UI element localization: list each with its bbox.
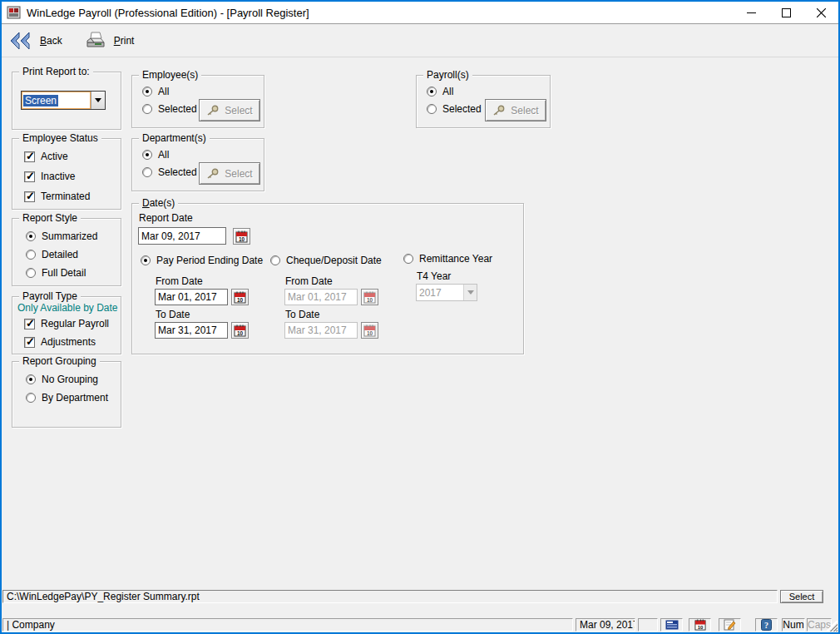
group-departments: Department(s) All Selected Select: [131, 138, 264, 191]
calendar-icon: 10: [363, 324, 376, 337]
pay-to-date-input[interactable]: [155, 322, 228, 339]
style-full-detail-radio[interactable]: Full Detail: [26, 267, 86, 279]
calendar-icon: 10: [235, 230, 248, 243]
pay-from-calendar-button[interactable]: 10: [231, 289, 249, 305]
svg-text:10: 10: [697, 625, 703, 630]
regular-payroll-checkbox[interactable]: Regular Payroll: [24, 318, 109, 329]
radio-label: Full Detail: [42, 267, 86, 279]
report-options-form: Print Report to: Screen Employee(s) All …: [2, 58, 838, 604]
report-select-button[interactable]: Select: [780, 590, 823, 603]
svg-text:10: 10: [239, 235, 245, 241]
print-destination-combobox[interactable]: Screen: [21, 91, 106, 110]
statusbar-help-panel[interactable]: ?: [755, 618, 778, 632]
style-detailed-radio[interactable]: Detailed: [26, 249, 78, 260]
employees-selected-radio[interactable]: Selected: [142, 103, 197, 115]
svg-text:10: 10: [237, 296, 244, 302]
close-button[interactable]: [803, 2, 838, 23]
pay-period-ending-radio[interactable]: Pay Period Ending Date: [141, 255, 263, 266]
svg-text:?: ?: [764, 621, 768, 630]
radio-label: Cheque/Deposit Date: [286, 255, 382, 266]
minimize-button[interactable]: [734, 2, 768, 23]
cheque-to-date-input[interactable]: [284, 322, 358, 339]
group-payrolls-title: Payroll(s): [423, 69, 472, 81]
statusbar-date-panel: Mar 09, 2017: [576, 618, 635, 632]
statusbar-report-panel[interactable]: [660, 618, 683, 632]
employees-select-button[interactable]: Select: [199, 99, 260, 121]
statusbar-blank-panel: [638, 618, 658, 632]
print-label: Print: [114, 35, 135, 47]
status-active-checkbox[interactable]: Active: [24, 151, 68, 162]
checkbox-icon: [24, 151, 35, 162]
key-icon: [492, 105, 506, 116]
payrolls-selected-radio[interactable]: Selected: [427, 103, 482, 115]
checkbox-label: Active: [41, 151, 68, 162]
cheque-from-date-input[interactable]: [284, 289, 358, 305]
cheque-to-calendar-button[interactable]: 10: [361, 322, 378, 339]
departments-select-button[interactable]: Select: [199, 162, 260, 185]
print-button[interactable]: Print: [84, 31, 135, 51]
combobox-dropdown-button[interactable]: [463, 285, 477, 300]
departments-all-radio[interactable]: All: [142, 149, 169, 161]
statusbar-calendar-panel[interactable]: 10: [689, 618, 711, 632]
radio-label: Remittance Year: [419, 253, 492, 265]
checkbox-label: Regular Payroll: [41, 318, 109, 329]
back-icon: [8, 31, 33, 51]
radio-icon: [141, 255, 151, 265]
report-date-calendar-button[interactable]: 10: [233, 228, 250, 245]
payrolls-all-radio[interactable]: All: [427, 86, 453, 97]
title-bar: WinLedge Payroll (Professional Edition) …: [2, 2, 838, 24]
edit-note-icon: [724, 619, 736, 631]
statusbar-notes-panel[interactable]: [719, 618, 741, 632]
adjustments-checkbox[interactable]: Adjustments: [24, 336, 96, 348]
t4-year-combobox[interactable]: 2017: [416, 284, 477, 301]
print-destination-value: Screen: [23, 95, 58, 106]
radio-icon: [270, 255, 280, 265]
payrolls-select-button[interactable]: Select: [485, 99, 546, 121]
radio-icon: [142, 104, 152, 114]
group-report-grouping: Report Grouping No Grouping By Departmen…: [12, 361, 121, 428]
no-grouping-radio[interactable]: No Grouping: [26, 374, 98, 385]
maximize-button[interactable]: [768, 2, 803, 23]
checkbox-icon: [24, 337, 35, 348]
radio-icon: [26, 393, 36, 403]
employees-all-radio[interactable]: All: [142, 86, 169, 97]
checkbox-label: Adjustments: [41, 336, 96, 348]
departments-selected-radio[interactable]: Selected: [142, 166, 197, 178]
radio-icon: [142, 150, 152, 160]
style-summarized-radio[interactable]: Summarized: [26, 230, 97, 242]
radio-label: All: [158, 149, 169, 161]
combobox-dropdown-button[interactable]: [91, 92, 105, 109]
calendar-icon: 10: [234, 324, 246, 337]
radio-icon: [26, 268, 36, 278]
group-report-grouping-title: Report Grouping: [19, 355, 100, 367]
close-icon: [817, 8, 826, 17]
window-title: WinLedge Payroll (Professional Edition) …: [27, 7, 309, 19]
cheque-from-calendar-button[interactable]: 10: [361, 289, 378, 305]
resize-grip[interactable]: [827, 621, 838, 632]
by-department-radio[interactable]: By Department: [26, 392, 108, 404]
cheque-deposit-radio[interactable]: Cheque/Deposit Date: [270, 255, 382, 266]
pay-to-calendar-button[interactable]: 10: [231, 322, 249, 339]
status-inactive-checkbox[interactable]: Inactive: [24, 171, 75, 182]
group-employee-status: Employee Status Active Inactive Terminat…: [12, 138, 121, 210]
checkbox-icon: [24, 171, 35, 182]
radio-label: Pay Period Ending Date: [156, 255, 263, 266]
t4-year-value: 2017: [417, 285, 463, 300]
remittance-year-radio[interactable]: Remittance Year: [403, 253, 492, 265]
svg-text:10: 10: [237, 329, 244, 335]
back-button[interactable]: Back: [8, 31, 62, 51]
group-print-report-to-title: Print Report to:: [19, 66, 93, 77]
status-terminated-checkbox[interactable]: Terminated: [24, 191, 90, 202]
report-date-label: Report Date: [139, 212, 193, 224]
pay-from-date-label: From Date: [156, 275, 203, 287]
report-date-input[interactable]: [138, 227, 226, 245]
report-path-row: C:\WinLedgePay\PY_Register Summary.rpt S…: [2, 590, 838, 604]
key-icon: [206, 105, 220, 116]
minimize-icon: [747, 8, 756, 17]
print-icon: [84, 31, 107, 51]
group-payroll-type: Payroll Type Only Available by Date Regu…: [12, 296, 121, 354]
pay-to-date-label: To Date: [156, 309, 190, 320]
group-payrolls: Payroll(s) All Selected Select: [416, 75, 551, 128]
payroll-type-note: Only Available by Date: [17, 302, 118, 314]
pay-from-date-input[interactable]: [155, 289, 228, 305]
